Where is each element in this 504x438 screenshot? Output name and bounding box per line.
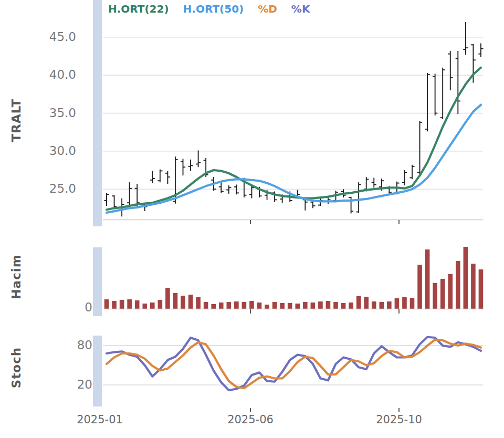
volume-bar bbox=[364, 297, 369, 309]
stoch-left-stripe bbox=[93, 336, 102, 406]
volume-panel bbox=[103, 239, 483, 316]
volume-bar bbox=[242, 302, 247, 309]
volume-bar bbox=[142, 304, 147, 309]
price-ytick-label: 40.0 bbox=[24, 68, 76, 81]
x-tick-label: 2025-01 bbox=[58, 413, 142, 426]
legend-item: H.ORT(22) bbox=[108, 3, 169, 15]
stoch-panel bbox=[103, 332, 483, 414]
volume-bar bbox=[120, 300, 124, 309]
volume-bar bbox=[333, 302, 338, 309]
volume-bar bbox=[311, 303, 316, 309]
volume-bar bbox=[349, 303, 353, 309]
stoch-axis-title: Stoch bbox=[8, 310, 24, 425]
stoch-d-line bbox=[107, 340, 481, 389]
volume-ytick-label: 0 bbox=[24, 300, 92, 314]
volume-bar bbox=[227, 302, 232, 309]
volume-bar bbox=[433, 283, 437, 309]
volume-bar bbox=[173, 293, 178, 309]
volume-bar bbox=[104, 299, 109, 309]
volume-bar bbox=[417, 265, 422, 309]
price-axis-title: TRALT bbox=[8, 62, 24, 178]
legend-item: %D bbox=[258, 3, 277, 15]
volume-left-stripe bbox=[93, 247, 102, 316]
volume-bar bbox=[456, 261, 460, 309]
volume-bar bbox=[188, 295, 193, 309]
volume-bar bbox=[280, 303, 285, 309]
volume-bar bbox=[471, 264, 476, 309]
ohlc-bars bbox=[104, 22, 483, 216]
volume-bar bbox=[135, 300, 140, 309]
volume-bar bbox=[387, 301, 392, 309]
volume-bar bbox=[395, 298, 400, 309]
volume-bar bbox=[479, 269, 484, 309]
legend-item: %K bbox=[291, 3, 310, 15]
volume-bar bbox=[181, 296, 185, 309]
volume-bar bbox=[303, 302, 308, 309]
volume-bar bbox=[158, 300, 163, 309]
volume-bar bbox=[165, 288, 170, 309]
volume-bar bbox=[288, 303, 292, 309]
volume-bar bbox=[402, 297, 407, 309]
x-tick-label: 2025-06 bbox=[208, 413, 292, 426]
volume-bar bbox=[372, 301, 376, 309]
volume-bar bbox=[272, 302, 277, 309]
volume-bar bbox=[380, 302, 384, 309]
stoch-ytick-label: 20 bbox=[24, 378, 92, 391]
volume-bar bbox=[211, 304, 216, 309]
volume-bar bbox=[196, 297, 201, 309]
legend: H.ORT(22)H.ORT(50)%D%K bbox=[108, 3, 310, 15]
volume-bar bbox=[112, 301, 117, 309]
x-tick-label: 2025-10 bbox=[357, 413, 441, 426]
volume-bar bbox=[356, 296, 361, 309]
stoch-k-line bbox=[107, 337, 481, 390]
volume-bar bbox=[425, 249, 430, 309]
volume-bar bbox=[249, 301, 254, 309]
price-ytick-label: 45.0 bbox=[24, 30, 76, 44]
price-left-stripe bbox=[93, 0, 102, 226]
ma22-line bbox=[107, 68, 481, 210]
price-ytick-label: 35.0 bbox=[24, 106, 76, 120]
volume-bar bbox=[295, 304, 300, 309]
volume-bar bbox=[234, 301, 239, 309]
volume-bar bbox=[219, 303, 224, 309]
price-ytick-label: 25.0 bbox=[24, 182, 76, 195]
legend-item: H.ORT(50) bbox=[183, 3, 244, 15]
volume-bar bbox=[204, 302, 208, 309]
volume-bar bbox=[341, 303, 346, 309]
volume-bar bbox=[150, 303, 155, 309]
volume-bar bbox=[448, 274, 453, 309]
volume-bar bbox=[410, 298, 415, 309]
volume-bar bbox=[265, 305, 269, 309]
volume-bar bbox=[464, 247, 468, 309]
volume-bar bbox=[127, 299, 132, 309]
volume-bar bbox=[440, 279, 445, 309]
price-ytick-label: 30.0 bbox=[24, 144, 76, 158]
volume-bar bbox=[257, 303, 262, 309]
stock-chart-figure: TRALT Hacim Stoch H.ORT(22)H.ORT(50)%D%K… bbox=[0, 0, 504, 438]
volume-bar bbox=[318, 301, 323, 309]
stoch-ytick-label: 80 bbox=[24, 338, 92, 352]
price-panel bbox=[103, 0, 483, 226]
volume-bar bbox=[326, 301, 331, 309]
